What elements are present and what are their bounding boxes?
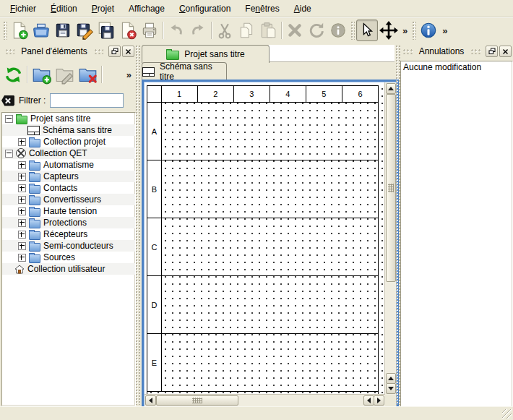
scrollbar-corner [385,395,396,406]
tree-item-schema-sans-titre[interactable]: Schéma sans titre [2,124,135,136]
tree-item-collection-projet[interactable]: Collection projet [2,136,135,147]
grid-row-label: D [147,276,162,333]
diagram-canvas[interactable]: 123456 ABCDE [145,82,385,395]
close-file-button[interactable] [117,20,139,41]
undo-button[interactable] [165,20,187,41]
tree-item-projet-sans-titre[interactable]: Projet sans titre [2,113,135,124]
float-panel-button[interactable] [108,46,121,57]
expander-plus-icon[interactable] [18,138,26,146]
panel-toolbar-overflow-button[interactable]: » [124,69,134,80]
undo-icon [167,21,186,40]
new-project-button[interactable] [9,20,30,41]
horizontal-scroll-thumb[interactable] [156,395,238,406]
filter-input[interactable] [50,93,124,108]
tree-item-protections[interactable]: Protections [2,217,135,228]
tree-item-collection-utilisateur[interactable]: Collection utilisateur [2,263,135,275]
save-all-button[interactable] [95,20,117,41]
grid-column-label: 4 [270,86,306,102]
expander-plus-icon[interactable] [18,242,26,250]
folder-edit-icon [55,65,74,85]
grid-column-label: 2 [198,86,234,102]
tree-item-capteurs[interactable]: Capteurs [2,171,135,182]
open-project-button[interactable] [30,20,52,41]
expander-minus-icon[interactable] [5,115,13,123]
select-mode-button[interactable] [356,20,378,41]
scroll-down-button[interactable] [386,383,396,394]
new-category-button[interactable] [30,63,53,86]
scroll-up-button[interactable] [386,83,396,94]
right-splitter[interactable] [395,45,400,405]
triangle-up-icon [388,87,394,90]
left-splitter[interactable] [135,45,140,405]
float-panel-button[interactable] [486,46,498,57]
elements-panel-titlebar[interactable]: Panel d'éléments [1,45,134,58]
about-info-button[interactable] [418,20,439,41]
menu-edition[interactable]: Édition [43,1,85,16]
menu-projet[interactable]: Projet [85,1,121,16]
expander-plus-icon[interactable] [18,219,26,227]
toolbar-drag-handle[interactable] [412,21,416,40]
tree-item-sources[interactable]: Sources [2,252,135,263]
folder-icon [29,173,40,182]
menu-fenetres[interactable]: Fenêtres [238,1,286,16]
expander-plus-icon[interactable] [18,161,26,169]
toolbar-overflow-button[interactable]: » [400,25,410,36]
edit-category-button[interactable] [53,63,76,86]
tree-item-convertisseurs[interactable]: Convertisseurs [2,194,135,205]
expander-minus-icon[interactable] [5,150,13,158]
redo-button[interactable] [187,20,209,41]
toolbar-drag-handle[interactable] [3,21,7,40]
move-mode-button[interactable] [378,20,400,41]
paste-button[interactable] [257,20,279,41]
resize-grip-icon[interactable] [502,409,512,419]
expander-plus-icon[interactable] [18,196,26,204]
tree-item-automatisme[interactable]: Automatisme [2,159,135,171]
scroll-up-button[interactable] [386,373,396,384]
delete-button[interactable] [284,20,306,41]
folder-icon [29,208,40,217]
menu-aide[interactable]: Aide [287,1,319,16]
toolbar-drag-handle[interactable] [350,21,355,40]
print-button[interactable] [139,20,160,41]
grid-row-label: E [147,334,162,391]
toolbar-separator [101,66,102,83]
reload-collections-button[interactable] [1,63,25,86]
scroll-left-button[interactable] [363,395,374,406]
clear-filter-icon[interactable] [1,95,14,106]
tree-item-contacts[interactable]: Contacts [2,182,135,194]
tree-item-semi-conducteurs[interactable]: Semi-conducteurs [2,240,135,252]
expander-plus-icon[interactable] [18,231,26,239]
menu-affichage[interactable]: Affichage [121,1,172,16]
expander-plus-icon[interactable] [18,254,26,262]
tree-item-label: Convertisseurs [43,194,101,205]
vertical-scrollbar[interactable] [384,82,396,395]
horizontal-scrollbar[interactable] [145,394,385,406]
expander-plus-icon[interactable] [18,173,26,181]
expander-plus-icon[interactable] [18,207,26,215]
save-as-button[interactable] [74,20,95,41]
save-button[interactable] [52,20,74,41]
undo-panel-titlebar[interactable]: Annulations [399,45,512,58]
cut-button[interactable] [214,20,236,41]
scroll-left-button[interactable] [145,395,156,406]
delete-category-button[interactable] [76,63,99,86]
close-panel-button[interactable] [122,46,134,57]
close-panel-button[interactable] [499,46,512,57]
scroll-right-button[interactable] [374,395,384,406]
tree-item-haute-tension[interactable]: Haute tension [2,205,135,217]
element-info-button[interactable] [327,20,349,41]
menu-fichier[interactable]: Fichier [3,1,43,16]
undo-list-item[interactable]: Aucune modification [401,61,512,74]
float-icon [111,48,118,55]
tree-item-recepteurs[interactable]: Récepteurs [2,228,135,240]
copy-button[interactable] [236,20,257,41]
vertical-scroll-thumb[interactable] [386,94,396,282]
toolbar-overflow-button[interactable]: » [439,25,450,36]
cursor-arrow-icon [359,22,375,38]
menu-configuration[interactable]: Configuration [172,1,238,16]
tab-schema[interactable]: Schéma sans titre [142,62,227,80]
tab-project[interactable]: Projet sans titre [142,45,270,63]
expander-plus-icon[interactable] [18,184,26,192]
tree-item-collection-qet[interactable]: Collection QET [2,147,135,159]
rotate-button[interactable] [306,20,327,41]
